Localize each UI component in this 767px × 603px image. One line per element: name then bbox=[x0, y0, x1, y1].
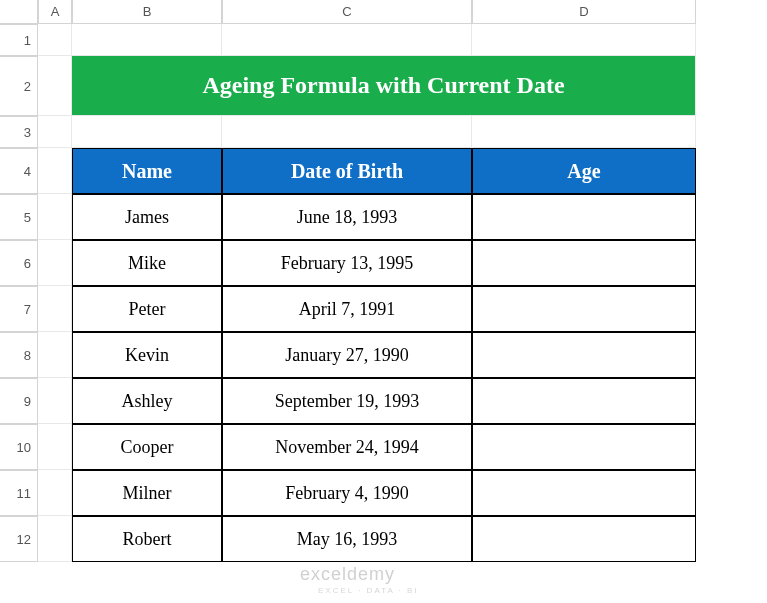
td-age[interactable] bbox=[472, 332, 696, 378]
cell-a3[interactable] bbox=[38, 116, 72, 148]
cell-a4[interactable] bbox=[38, 148, 72, 194]
cell-a11[interactable] bbox=[38, 470, 72, 516]
td-age[interactable] bbox=[472, 286, 696, 332]
cell-a7[interactable] bbox=[38, 286, 72, 332]
td-name[interactable]: Mike bbox=[72, 240, 222, 286]
row-header-10[interactable]: 10 bbox=[0, 424, 38, 470]
th-dob[interactable]: Date of Birth bbox=[222, 148, 472, 194]
cell-b3[interactable] bbox=[72, 116, 222, 148]
cell-a10[interactable] bbox=[38, 424, 72, 470]
cell-a6[interactable] bbox=[38, 240, 72, 286]
td-dob[interactable]: January 27, 1990 bbox=[222, 332, 472, 378]
th-age[interactable]: Age bbox=[472, 148, 696, 194]
row-header-3[interactable]: 3 bbox=[0, 116, 38, 148]
td-age[interactable] bbox=[472, 470, 696, 516]
td-dob[interactable]: June 18, 1993 bbox=[222, 194, 472, 240]
cell-a1[interactable] bbox=[38, 24, 72, 56]
td-name[interactable]: James bbox=[72, 194, 222, 240]
col-header-b[interactable]: B bbox=[72, 0, 222, 24]
row-header-9[interactable]: 9 bbox=[0, 378, 38, 424]
row-header-8[interactable]: 8 bbox=[0, 332, 38, 378]
td-age[interactable] bbox=[472, 240, 696, 286]
td-dob[interactable]: February 13, 1995 bbox=[222, 240, 472, 286]
row-header-5[interactable]: 5 bbox=[0, 194, 38, 240]
td-name[interactable]: Kevin bbox=[72, 332, 222, 378]
td-dob[interactable]: September 19, 1993 bbox=[222, 378, 472, 424]
watermark: exceldemy bbox=[300, 564, 395, 585]
cell-c1[interactable] bbox=[222, 24, 472, 56]
td-dob[interactable]: April 7, 1991 bbox=[222, 286, 472, 332]
td-age[interactable] bbox=[472, 424, 696, 470]
watermark-sub: EXCEL · DATA · BI bbox=[318, 586, 419, 595]
row-header-1[interactable]: 1 bbox=[0, 24, 38, 56]
cell-a2[interactable] bbox=[38, 56, 72, 116]
td-age[interactable] bbox=[472, 194, 696, 240]
cell-c3[interactable] bbox=[222, 116, 472, 148]
td-name[interactable]: Peter bbox=[72, 286, 222, 332]
td-name[interactable]: Cooper bbox=[72, 424, 222, 470]
td-name[interactable]: Robert bbox=[72, 516, 222, 562]
col-header-d[interactable]: D bbox=[472, 0, 696, 24]
row-header-12[interactable]: 12 bbox=[0, 516, 38, 562]
row-header-4[interactable]: 4 bbox=[0, 148, 38, 194]
td-age[interactable] bbox=[472, 516, 696, 562]
cell-a5[interactable] bbox=[38, 194, 72, 240]
th-name[interactable]: Name bbox=[72, 148, 222, 194]
row-header-11[interactable]: 11 bbox=[0, 470, 38, 516]
td-dob[interactable]: February 4, 1990 bbox=[222, 470, 472, 516]
td-dob[interactable]: November 24, 1994 bbox=[222, 424, 472, 470]
page-title[interactable]: Ageing Formula with Current Date bbox=[72, 56, 696, 116]
td-age[interactable] bbox=[472, 378, 696, 424]
td-name[interactable]: Ashley bbox=[72, 378, 222, 424]
spreadsheet-grid[interactable]: A B C D 1 2 Ageing Formula with Current … bbox=[0, 0, 767, 562]
cell-d3[interactable] bbox=[472, 116, 696, 148]
row-header-6[interactable]: 6 bbox=[0, 240, 38, 286]
td-dob[interactable]: May 16, 1993 bbox=[222, 516, 472, 562]
col-header-c[interactable]: C bbox=[222, 0, 472, 24]
select-all-corner[interactable] bbox=[0, 0, 38, 24]
row-header-7[interactable]: 7 bbox=[0, 286, 38, 332]
cell-a9[interactable] bbox=[38, 378, 72, 424]
cell-a12[interactable] bbox=[38, 516, 72, 562]
col-header-a[interactable]: A bbox=[38, 0, 72, 24]
cell-a8[interactable] bbox=[38, 332, 72, 378]
row-header-2[interactable]: 2 bbox=[0, 56, 38, 116]
cell-d1[interactable] bbox=[472, 24, 696, 56]
cell-b1[interactable] bbox=[72, 24, 222, 56]
td-name[interactable]: Milner bbox=[72, 470, 222, 516]
